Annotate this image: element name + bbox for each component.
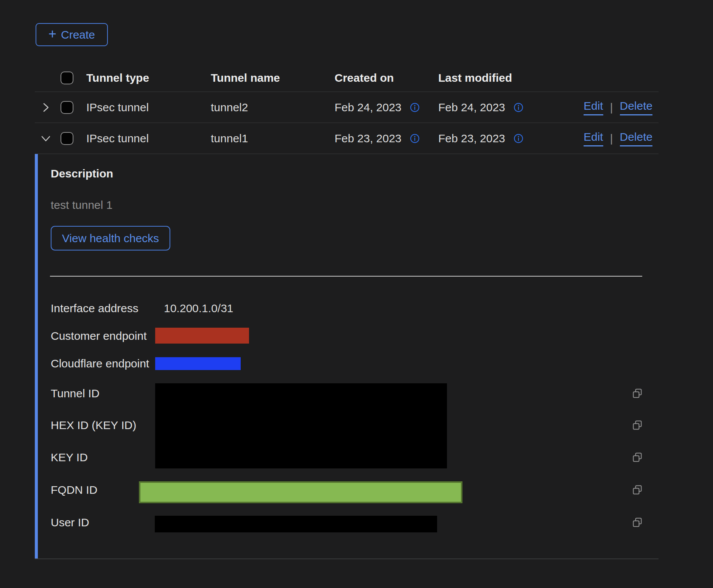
delete-link[interactable]: Delete [620, 100, 653, 115]
cloudflare-endpoint-redacted-value [155, 357, 241, 370]
info-icon[interactable] [410, 134, 420, 143]
panel-bottom-border [35, 558, 659, 559]
info-icon[interactable] [514, 103, 523, 112]
cloudflare-endpoint-label: Cloudflare endpoint [51, 357, 149, 370]
last-modified-cell: Feb 24, 2023 [438, 101, 505, 114]
description-value: test tunnel 1 [51, 199, 112, 212]
copy-icon[interactable] [632, 517, 643, 528]
created-on-cell: Feb 24, 2023 [335, 101, 402, 114]
last-modified-cell: Feb 23, 2023 [438, 132, 505, 145]
collapse-chevron-down-icon[interactable] [37, 134, 54, 143]
link-separator: | [610, 132, 613, 145]
column-header-tunnel-type: Tunnel type [86, 72, 149, 84]
tunnel-id-label: Tunnel ID [51, 387, 100, 400]
section-divider [50, 276, 642, 277]
row-checkbox[interactable] [61, 132, 73, 145]
user-id-label: User ID [51, 516, 89, 529]
create-button[interactable]: + Create [36, 23, 108, 46]
expand-chevron-right-icon[interactable] [37, 102, 54, 113]
copy-icon[interactable] [632, 485, 643, 495]
row-checkbox[interactable] [61, 101, 73, 114]
tunnels-page: + Create Tunnel type Tunnel name Created… [0, 0, 713, 588]
key-id-label: KEY ID [51, 451, 88, 464]
table-row: IPsec tunnel tunnel2 Feb 24, 2023 Feb 24… [35, 92, 659, 123]
column-header-tunnel-name: Tunnel name [211, 72, 280, 84]
customer-endpoint-redacted-value [155, 328, 249, 344]
panel-accent-bar [35, 154, 38, 559]
edit-link[interactable]: Edit [584, 131, 603, 146]
ids-redacted-block [155, 383, 447, 468]
table-row: IPsec tunnel tunnel1 Feb 23, 2023 Feb 23… [35, 123, 659, 154]
link-separator: | [610, 101, 613, 114]
tunnel-detail-panel: Description test tunnel 1 View health ch… [35, 154, 659, 559]
fqdn-id-label: FQDN ID [51, 483, 97, 497]
info-icon[interactable] [514, 134, 523, 143]
copy-icon[interactable] [632, 420, 643, 431]
created-on-cell: Feb 23, 2023 [335, 132, 402, 145]
fqdn-id-redacted-value [139, 481, 462, 503]
tunnel-name-cell: tunnel1 [211, 132, 248, 145]
delete-link[interactable]: Delete [620, 131, 653, 146]
column-header-last-modified: Last modified [438, 72, 512, 84]
tunnel-type-cell: IPsec tunnel [86, 101, 149, 114]
edit-link[interactable]: Edit [584, 100, 603, 115]
table-header-row: Tunnel type Tunnel name Created on Last … [35, 64, 659, 92]
column-header-created-on: Created on [335, 72, 394, 84]
tunnel-name-cell: tunnel2 [211, 101, 248, 114]
tunnels-table: Tunnel type Tunnel name Created on Last … [35, 64, 659, 154]
plus-icon: + [48, 27, 56, 41]
copy-icon[interactable] [632, 452, 643, 463]
hex-id-label: HEX ID (KEY ID) [51, 418, 136, 432]
customer-endpoint-label: Customer endpoint [51, 329, 146, 343]
user-id-redacted-value [155, 516, 437, 532]
description-heading: Description [51, 167, 113, 180]
tunnel-type-cell: IPsec tunnel [86, 132, 149, 145]
create-button-label: Create [61, 28, 95, 41]
copy-icon[interactable] [632, 388, 643, 399]
select-all-checkbox[interactable] [61, 72, 73, 84]
interface-address-value: 10.200.1.0/31 [164, 302, 234, 315]
info-icon[interactable] [410, 103, 420, 112]
view-health-checks-button[interactable]: View health checks [51, 226, 170, 250]
interface-address-label: Interface address [51, 302, 139, 315]
